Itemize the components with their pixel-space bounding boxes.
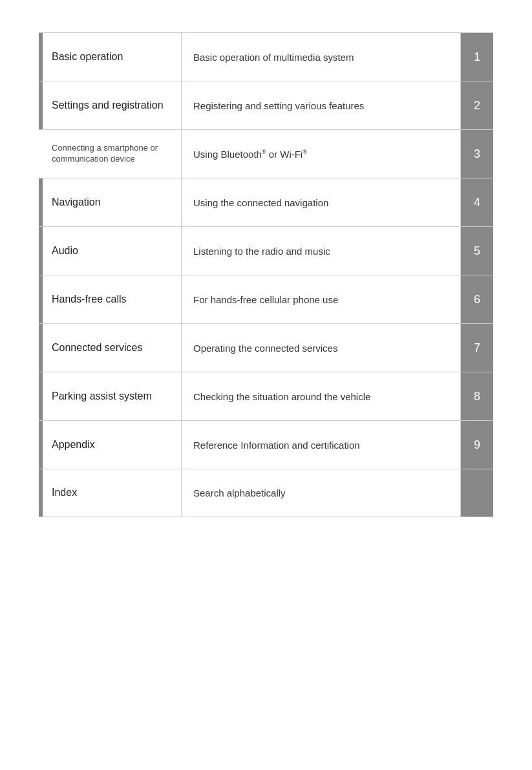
description-cell-appendix: Reference Information and certification — [182, 421, 461, 469]
chapter-cell-parking-assist: Parking assist system — [43, 372, 182, 420]
chapter-number-connecting-smartphone: 3 — [461, 130, 493, 178]
description-text-index: Search alphabetically — [193, 486, 286, 500]
description-cell-parking-assist: Checking the situation around the vehicl… — [182, 372, 461, 420]
chapter-label-settings-registration: Settings and registration — [52, 99, 164, 112]
description-cell-navigation: Using the connected navigation — [182, 178, 461, 226]
chapter-cell-settings-registration: Settings and registration — [43, 81, 182, 129]
description-text-connecting-smartphone: Using Bluetooth® or Wi-Fi® — [193, 147, 307, 161]
chapter-cell-index: Index — [43, 469, 182, 517]
description-text-audio: Listening to the radio and music — [193, 244, 330, 258]
chapter-number-settings-registration: 2 — [461, 81, 493, 129]
toc-row-parking-assist[interactable]: Parking assist systemChecking the situat… — [39, 372, 493, 420]
page: Basic operationBasic operation of multim… — [0, 0, 532, 770]
description-text-parking-assist: Checking the situation around the vehicl… — [193, 390, 370, 403]
chapter-number-connected-services: 7 — [461, 324, 493, 372]
chapter-label-hands-free-calls: Hands-free calls — [52, 293, 127, 306]
chapter-label-connecting-smartphone: Connecting a smartphone or communication… — [52, 143, 173, 165]
toc-row-connecting-smartphone[interactable]: Connecting a smartphone or communication… — [39, 129, 493, 178]
chapter-cell-appendix: Appendix — [43, 421, 182, 469]
chapter-cell-connecting-smartphone: Connecting a smartphone or communication… — [43, 130, 182, 178]
toc-row-hands-free-calls[interactable]: Hands-free callsFor hands-free cellular … — [39, 275, 493, 323]
toc-row-settings-registration[interactable]: Settings and registrationRegistering and… — [39, 81, 493, 129]
description-cell-connected-services: Operating the connected services — [182, 324, 461, 372]
description-text-settings-registration: Registering and setting various features — [193, 99, 364, 112]
chapter-cell-navigation: Navigation — [43, 178, 182, 226]
chapter-cell-audio: Audio — [43, 227, 182, 275]
description-cell-basic-operation: Basic operation of multimedia system — [182, 33, 461, 81]
chapter-cell-hands-free-calls: Hands-free calls — [43, 275, 182, 323]
description-text-basic-operation: Basic operation of multimedia system — [193, 50, 354, 64]
toc-row-basic-operation[interactable]: Basic operationBasic operation of multim… — [39, 32, 493, 81]
chapter-label-connected-services: Connected services — [52, 341, 143, 355]
toc-table: Basic operationBasic operation of multim… — [39, 32, 493, 517]
toc-row-index[interactable]: IndexSearch alphabetically — [39, 469, 493, 517]
chapter-number-hands-free-calls: 6 — [461, 275, 493, 323]
chapter-number-basic-operation: 1 — [461, 33, 493, 81]
chapter-cell-connected-services: Connected services — [43, 324, 182, 372]
chapter-number-navigation: 4 — [461, 178, 493, 226]
chapter-label-basic-operation: Basic operation — [52, 50, 123, 64]
chapter-label-appendix: Appendix — [52, 438, 95, 452]
chapter-number-audio: 5 — [461, 227, 493, 275]
description-cell-hands-free-calls: For hands-free cellular phone use — [182, 275, 461, 323]
toc-row-connected-services[interactable]: Connected servicesOperating the connecte… — [39, 323, 493, 372]
description-cell-connecting-smartphone: Using Bluetooth® or Wi-Fi® — [182, 130, 461, 178]
chapter-label-parking-assist: Parking assist system — [52, 390, 152, 403]
toc-row-appendix[interactable]: AppendixReference Information and certif… — [39, 420, 493, 469]
description-cell-settings-registration: Registering and setting various features — [182, 81, 461, 129]
toc-row-navigation[interactable]: NavigationUsing the connected navigation… — [39, 178, 493, 226]
description-cell-audio: Listening to the radio and music — [182, 227, 461, 275]
chapter-label-navigation: Navigation — [52, 196, 101, 209]
chapter-number-index — [461, 469, 493, 517]
description-text-navigation: Using the connected navigation — [193, 196, 328, 209]
chapter-cell-basic-operation: Basic operation — [43, 33, 182, 81]
chapter-number-appendix: 9 — [461, 421, 493, 469]
chapter-label-audio: Audio — [52, 244, 78, 258]
description-text-connected-services: Operating the connected services — [193, 341, 337, 355]
chapter-label-index: Index — [52, 486, 77, 500]
description-text-appendix: Reference Information and certification — [193, 438, 360, 452]
toc-row-audio[interactable]: AudioListening to the radio and music5 — [39, 226, 493, 275]
description-cell-index: Search alphabetically — [182, 469, 461, 517]
description-text-hands-free-calls: For hands-free cellular phone use — [193, 293, 338, 306]
chapter-number-parking-assist: 8 — [461, 372, 493, 420]
